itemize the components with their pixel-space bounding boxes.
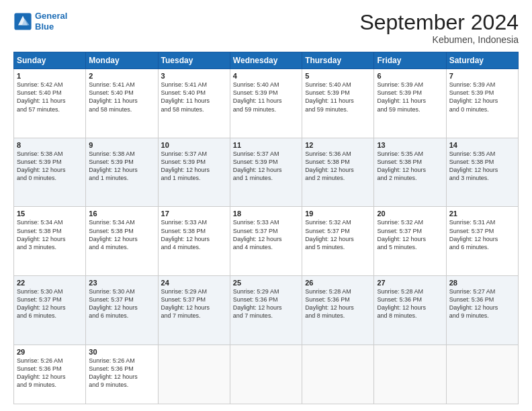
calendar-cell: 7Sunrise: 5:39 AM Sunset: 5:39 PM Daylig… bbox=[446, 69, 518, 138]
day-info: Sunrise: 5:34 AM Sunset: 5:38 PM Dayligh… bbox=[89, 218, 154, 251]
day-number: 6 bbox=[377, 72, 443, 80]
calendar-cell: 22Sunrise: 5:30 AM Sunset: 5:37 PM Dayli… bbox=[14, 276, 86, 345]
day-info: Sunrise: 5:29 AM Sunset: 5:36 PM Dayligh… bbox=[233, 287, 299, 320]
calendar-table: SundayMondayTuesdayWednesdayThursdayFrid… bbox=[13, 52, 519, 404]
day-info: Sunrise: 5:42 AM Sunset: 5:40 PM Dayligh… bbox=[17, 81, 83, 113]
day-info: Sunrise: 5:26 AM Sunset: 5:36 PM Dayligh… bbox=[17, 357, 83, 390]
calendar-week-3: 15Sunrise: 5:34 AM Sunset: 5:38 PM Dayli… bbox=[14, 207, 519, 276]
day-info: Sunrise: 5:40 AM Sunset: 5:39 PM Dayligh… bbox=[305, 81, 371, 113]
logo: General Blue bbox=[13, 11, 67, 32]
day-info: Sunrise: 5:26 AM Sunset: 5:36 PM Dayligh… bbox=[89, 357, 154, 390]
logo-icon bbox=[13, 12, 32, 31]
calendar-cell: 6Sunrise: 5:39 AM Sunset: 5:39 PM Daylig… bbox=[374, 69, 446, 138]
calendar-cell: 28Sunrise: 5:27 AM Sunset: 5:36 PM Dayli… bbox=[446, 276, 518, 345]
day-info: Sunrise: 5:41 AM Sunset: 5:40 PM Dayligh… bbox=[161, 81, 227, 113]
day-number: 21 bbox=[449, 210, 515, 218]
day-number: 26 bbox=[305, 279, 371, 287]
weekday-header-row: SundayMondayTuesdayWednesdayThursdayFrid… bbox=[14, 52, 519, 69]
weekday-header-monday: Monday bbox=[86, 52, 158, 69]
day-number: 18 bbox=[233, 210, 299, 218]
day-info: Sunrise: 5:37 AM Sunset: 5:39 PM Dayligh… bbox=[233, 150, 299, 183]
day-number: 10 bbox=[161, 141, 227, 149]
day-info: Sunrise: 5:40 AM Sunset: 5:39 PM Dayligh… bbox=[233, 81, 299, 113]
calendar-cell: 4Sunrise: 5:40 AM Sunset: 5:39 PM Daylig… bbox=[230, 69, 302, 138]
day-info: Sunrise: 5:32 AM Sunset: 5:37 PM Dayligh… bbox=[377, 218, 443, 251]
day-info: Sunrise: 5:36 AM Sunset: 5:38 PM Dayligh… bbox=[305, 150, 371, 183]
day-number: 8 bbox=[17, 141, 83, 149]
calendar-cell bbox=[302, 345, 374, 404]
weekday-header-saturday: Saturday bbox=[446, 52, 518, 69]
day-number: 25 bbox=[233, 279, 299, 287]
calendar-cell: 10Sunrise: 5:37 AM Sunset: 5:39 PM Dayli… bbox=[158, 138, 230, 207]
day-info: Sunrise: 5:30 AM Sunset: 5:37 PM Dayligh… bbox=[17, 287, 83, 320]
calendar-cell: 9Sunrise: 5:38 AM Sunset: 5:39 PM Daylig… bbox=[86, 138, 158, 207]
day-number: 24 bbox=[161, 279, 227, 287]
day-info: Sunrise: 5:38 AM Sunset: 5:39 PM Dayligh… bbox=[17, 150, 83, 183]
day-number: 29 bbox=[17, 348, 83, 356]
calendar-cell: 17Sunrise: 5:33 AM Sunset: 5:38 PM Dayli… bbox=[158, 207, 230, 276]
day-number: 11 bbox=[233, 141, 299, 149]
calendar-cell: 12Sunrise: 5:36 AM Sunset: 5:38 PM Dayli… bbox=[302, 138, 374, 207]
day-info: Sunrise: 5:34 AM Sunset: 5:38 PM Dayligh… bbox=[17, 218, 83, 251]
day-info: Sunrise: 5:29 AM Sunset: 5:37 PM Dayligh… bbox=[161, 287, 227, 320]
calendar-cell: 21Sunrise: 5:31 AM Sunset: 5:37 PM Dayli… bbox=[446, 207, 518, 276]
day-number: 7 bbox=[449, 72, 515, 80]
day-info: Sunrise: 5:28 AM Sunset: 5:36 PM Dayligh… bbox=[377, 287, 443, 320]
day-number: 13 bbox=[377, 141, 443, 149]
day-number: 12 bbox=[305, 141, 371, 149]
calendar-cell: 11Sunrise: 5:37 AM Sunset: 5:39 PM Dayli… bbox=[230, 138, 302, 207]
calendar-cell: 14Sunrise: 5:35 AM Sunset: 5:38 PM Dayli… bbox=[446, 138, 518, 207]
calendar-cell: 13Sunrise: 5:35 AM Sunset: 5:38 PM Dayli… bbox=[374, 138, 446, 207]
day-info: Sunrise: 5:30 AM Sunset: 5:37 PM Dayligh… bbox=[89, 287, 154, 320]
day-number: 14 bbox=[449, 141, 515, 149]
calendar-cell: 15Sunrise: 5:34 AM Sunset: 5:38 PM Dayli… bbox=[14, 207, 86, 276]
day-info: Sunrise: 5:32 AM Sunset: 5:37 PM Dayligh… bbox=[305, 218, 371, 251]
logo-text: General Blue bbox=[35, 11, 67, 32]
calendar-cell: 1Sunrise: 5:42 AM Sunset: 5:40 PM Daylig… bbox=[14, 69, 86, 138]
calendar-cell: 23Sunrise: 5:30 AM Sunset: 5:37 PM Dayli… bbox=[86, 276, 158, 345]
day-info: Sunrise: 5:37 AM Sunset: 5:39 PM Dayligh… bbox=[161, 150, 227, 183]
day-number: 28 bbox=[449, 279, 515, 287]
day-number: 22 bbox=[17, 279, 83, 287]
day-info: Sunrise: 5:35 AM Sunset: 5:38 PM Dayligh… bbox=[449, 150, 515, 183]
calendar-cell: 30Sunrise: 5:26 AM Sunset: 5:36 PM Dayli… bbox=[86, 345, 158, 404]
calendar-week-2: 8Sunrise: 5:38 AM Sunset: 5:39 PM Daylig… bbox=[14, 138, 519, 207]
calendar-cell: 2Sunrise: 5:41 AM Sunset: 5:40 PM Daylig… bbox=[86, 69, 158, 138]
calendar-cell: 16Sunrise: 5:34 AM Sunset: 5:38 PM Dayli… bbox=[86, 207, 158, 276]
day-number: 19 bbox=[305, 210, 371, 218]
day-info: Sunrise: 5:39 AM Sunset: 5:39 PM Dayligh… bbox=[449, 81, 515, 113]
calendar-cell: 3Sunrise: 5:41 AM Sunset: 5:40 PM Daylig… bbox=[158, 69, 230, 138]
calendar-cell: 5Sunrise: 5:40 AM Sunset: 5:39 PM Daylig… bbox=[302, 69, 374, 138]
day-number: 15 bbox=[17, 210, 83, 218]
calendar-cell: 18Sunrise: 5:33 AM Sunset: 5:37 PM Dayli… bbox=[230, 207, 302, 276]
day-number: 23 bbox=[89, 279, 154, 287]
day-info: Sunrise: 5:33 AM Sunset: 5:37 PM Dayligh… bbox=[233, 218, 299, 251]
calendar-week-4: 22Sunrise: 5:30 AM Sunset: 5:37 PM Dayli… bbox=[14, 276, 519, 345]
weekday-header-sunday: Sunday bbox=[14, 52, 86, 69]
day-number: 9 bbox=[89, 141, 154, 149]
header: General Blue September 2024 Kebumen, Ind… bbox=[13, 11, 519, 45]
calendar-cell bbox=[158, 345, 230, 404]
weekday-header-tuesday: Tuesday bbox=[158, 52, 230, 69]
weekday-header-friday: Friday bbox=[374, 52, 446, 69]
day-number: 16 bbox=[89, 210, 154, 218]
calendar-cell bbox=[374, 345, 446, 404]
day-number: 1 bbox=[17, 72, 83, 80]
day-info: Sunrise: 5:41 AM Sunset: 5:40 PM Dayligh… bbox=[89, 81, 154, 113]
calendar-cell: 27Sunrise: 5:28 AM Sunset: 5:36 PM Dayli… bbox=[374, 276, 446, 345]
calendar-cell: 24Sunrise: 5:29 AM Sunset: 5:37 PM Dayli… bbox=[158, 276, 230, 345]
calendar-cell bbox=[446, 345, 518, 404]
calendar-cell: 8Sunrise: 5:38 AM Sunset: 5:39 PM Daylig… bbox=[14, 138, 86, 207]
day-number: 4 bbox=[233, 72, 299, 80]
weekday-header-wednesday: Wednesday bbox=[230, 52, 302, 69]
day-number: 30 bbox=[89, 348, 154, 356]
title-block: September 2024 Kebumen, Indonesia bbox=[359, 11, 519, 45]
calendar-cell: 19Sunrise: 5:32 AM Sunset: 5:37 PM Dayli… bbox=[302, 207, 374, 276]
day-info: Sunrise: 5:35 AM Sunset: 5:38 PM Dayligh… bbox=[377, 150, 443, 183]
day-info: Sunrise: 5:38 AM Sunset: 5:39 PM Dayligh… bbox=[89, 150, 154, 183]
calendar-cell: 26Sunrise: 5:28 AM Sunset: 5:36 PM Dayli… bbox=[302, 276, 374, 345]
day-info: Sunrise: 5:39 AM Sunset: 5:39 PM Dayligh… bbox=[377, 81, 443, 113]
calendar-cell: 20Sunrise: 5:32 AM Sunset: 5:37 PM Dayli… bbox=[374, 207, 446, 276]
calendar-week-1: 1Sunrise: 5:42 AM Sunset: 5:40 PM Daylig… bbox=[14, 69, 519, 138]
day-number: 20 bbox=[377, 210, 443, 218]
